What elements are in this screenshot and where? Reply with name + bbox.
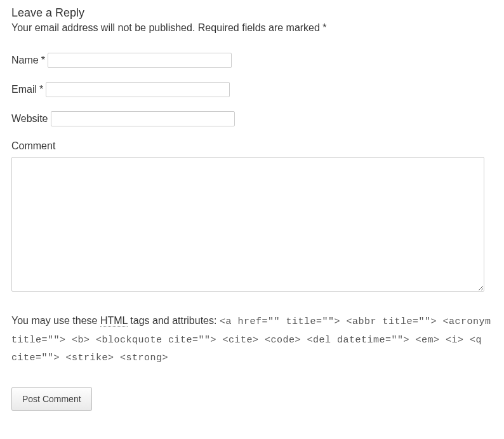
name-field-row: Name * <box>11 53 493 68</box>
reply-heading: Leave a Reply <box>11 6 493 20</box>
website-label: Website <box>11 113 48 125</box>
email-field-row: Email * <box>11 82 493 97</box>
name-required-mark: * <box>41 55 45 66</box>
email-label: Email <box>11 84 37 95</box>
allowed-tags-prefix: You may use these <box>11 315 100 326</box>
allowed-tags-suffix: tags and attributes: <box>128 315 220 326</box>
website-field-row: Website <box>11 111 493 126</box>
post-comment-button[interactable]: Post Comment <box>11 387 92 411</box>
allowed-tags-note: You may use these HTML tags and attribut… <box>11 312 493 367</box>
email-privacy-note: Your email address will not be published… <box>11 22 493 34</box>
html-abbr: HTML <box>100 315 128 327</box>
comment-label: Comment <box>11 140 493 152</box>
name-label: Name <box>11 55 39 66</box>
name-input[interactable] <box>48 53 232 68</box>
email-input[interactable] <box>46 82 230 97</box>
website-input[interactable] <box>51 111 235 126</box>
note-required-mark: * <box>322 22 326 33</box>
note-required: Required fields are marked <box>198 22 323 33</box>
email-required-mark: * <box>39 84 43 95</box>
note-prefix: Your email address will not be published… <box>11 22 195 33</box>
comment-textarea[interactable] <box>11 157 484 292</box>
